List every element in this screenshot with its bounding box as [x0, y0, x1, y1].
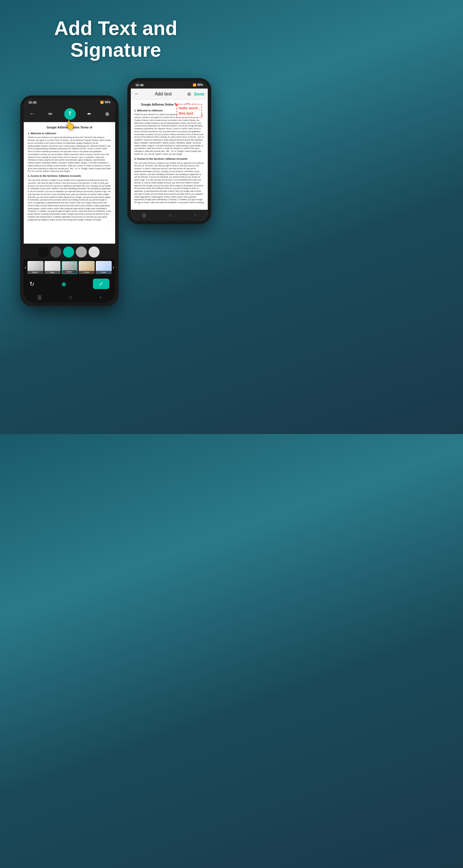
phones-section: 15:45 📶 90% ← ✏ T 👆 ✒ ⊕ Google AdSense	[0, 72, 232, 323]
right-time: 15:46	[135, 83, 144, 87]
left-bottom-action-bar: ↻ ◉ ✓	[24, 276, 115, 292]
filter-circle-gray[interactable]	[50, 247, 61, 257]
left-status-bar: 15:45 📶 90%	[24, 99, 115, 106]
right-toolbar-actions: ⊕ Done	[187, 91, 204, 97]
annotation-resize-handle[interactable]: ↘	[200, 114, 203, 119]
confirm-button[interactable]: ✓	[93, 279, 110, 289]
filter-thumbs: B&W1 Auto B&W2 Photo	[28, 261, 112, 274]
right-nav-home-icon[interactable]: ○	[169, 213, 172, 218]
right-bottom-spacer	[131, 204, 208, 210]
right-section1-text: Thanks for your interest in our search a…	[134, 113, 204, 155]
header-section: Add Text and Signature	[42, 0, 189, 72]
nav-menu-icon[interactable]: |||	[38, 294, 42, 300]
header-title-line1: Add Text and	[54, 17, 177, 39]
filter-circle-teal[interactable]	[63, 247, 74, 257]
back-button[interactable]: ←	[27, 110, 37, 118]
hand-pointer-icon: 👆	[65, 120, 75, 130]
filter-thumbs-row: ‹ B&W1 Auto B&W2	[24, 259, 115, 276]
filter-thumb-bw1[interactable]: B&W1	[28, 261, 43, 274]
left-battery: 90%	[105, 101, 111, 104]
left-document: Google AdSense Online Terms of 1. Welcom…	[24, 122, 115, 244]
filter-thumb-photo[interactable]: Photo	[79, 261, 95, 274]
nav-back-icon[interactable]: ‹	[99, 294, 101, 300]
filter-label-bw1: B&W1	[28, 271, 43, 274]
done-button[interactable]: Done	[194, 92, 204, 96]
left-toolbar: ← ✏ T 👆 ✒ ⊕	[24, 106, 115, 122]
left-status-icons: 📶 90%	[100, 101, 111, 104]
filter-thumb-bw2[interactable]: B&W2	[62, 261, 78, 274]
right-status-bar: 15:46 📶 89%	[131, 82, 208, 89]
edit-icon[interactable]: ✏	[46, 110, 55, 118]
left-section1-title: 1. Welcome to AdSense!	[28, 132, 111, 135]
right-phone: 15:46 📶 89% ← Add text ⊕ Done ✕	[127, 78, 211, 224]
right-battery: 89%	[197, 83, 203, 87]
filter-button[interactable]: ◉	[61, 280, 66, 287]
text-tool-button[interactable]: T 👆	[64, 108, 76, 120]
signal-icon: 📶	[100, 101, 103, 104]
add-text-icon[interactable]: ⊕	[187, 91, 191, 97]
filter-label-photo: Photo	[79, 271, 95, 274]
filter-circle-lightgray[interactable]	[76, 247, 87, 257]
left-time: 15:45	[28, 101, 36, 104]
filter-label-color: Color	[96, 271, 112, 274]
text-annotation-box[interactable]: ✕ hello word , this test ↘	[177, 104, 202, 118]
rotate-button[interactable]: ↻	[30, 280, 34, 287]
filter-thumb-auto[interactable]: Auto	[44, 261, 60, 274]
left-phone: 15:45 📶 90% ← ✏ T 👆 ✒ ⊕ Google AdSense	[20, 95, 119, 306]
right-status-icons: 📶 89%	[193, 83, 203, 87]
right-nav-back-icon[interactable]: ‹	[195, 213, 196, 218]
annotation-line2: this test	[179, 111, 200, 116]
brush-icon[interactable]: ✒	[85, 110, 94, 118]
filter-label-bw2: B&W2	[62, 270, 77, 273]
add-text-toolbar: ← Add text ⊕ Done	[131, 89, 208, 100]
right-nav-bar: ||| ○ ‹	[131, 210, 208, 221]
right-back-button[interactable]: ←	[134, 91, 140, 97]
filter-circle-white[interactable]	[89, 247, 99, 257]
right-document: ✕ hello word , this test ↘ Google AdSens…	[131, 100, 208, 204]
add-text-title: Add text	[155, 91, 172, 97]
right-section2-title: 2. Access to the Services; AdSense Accou…	[134, 157, 204, 161]
filter-thumb-color[interactable]: Color	[96, 261, 112, 274]
more-options-icon[interactable]: ⊕	[103, 110, 112, 118]
filter-label-auto: Auto	[44, 271, 60, 274]
filter-next-arrow[interactable]: ›	[113, 265, 114, 270]
annotation-close-icon[interactable]: ✕	[175, 103, 178, 107]
header-title: Add Text and Signature	[54, 18, 177, 61]
filter-prev-arrow[interactable]: ‹	[25, 265, 26, 270]
left-section1-text: Thanks for your interest in our search a…	[28, 136, 111, 173]
annotation-line1: hello word ,	[179, 105, 200, 111]
left-phone-screen: 15:45 📶 90% ← ✏ T 👆 ✒ ⊕ Google AdSense	[24, 99, 115, 303]
nav-home-icon[interactable]: ○	[69, 294, 72, 300]
right-nav-menu-icon[interactable]: |||	[143, 213, 146, 218]
right-section2-text: Your use of the Services is subject to y…	[134, 162, 204, 204]
left-section2-title: 2. Access to the Services; AdSense Accou…	[28, 175, 111, 178]
right-phone-screen: 15:46 📶 89% ← Add text ⊕ Done ✕	[131, 82, 208, 221]
header-title-line2: Signature	[70, 39, 161, 61]
left-nav-bar: ||| ○ ‹	[24, 292, 115, 303]
right-signal-icon: 📶	[193, 83, 196, 87]
left-section2-text: Your use of the Services is subject to y…	[28, 179, 111, 221]
filter-circle-black[interactable]	[38, 247, 49, 257]
filter-strip	[24, 244, 115, 259]
